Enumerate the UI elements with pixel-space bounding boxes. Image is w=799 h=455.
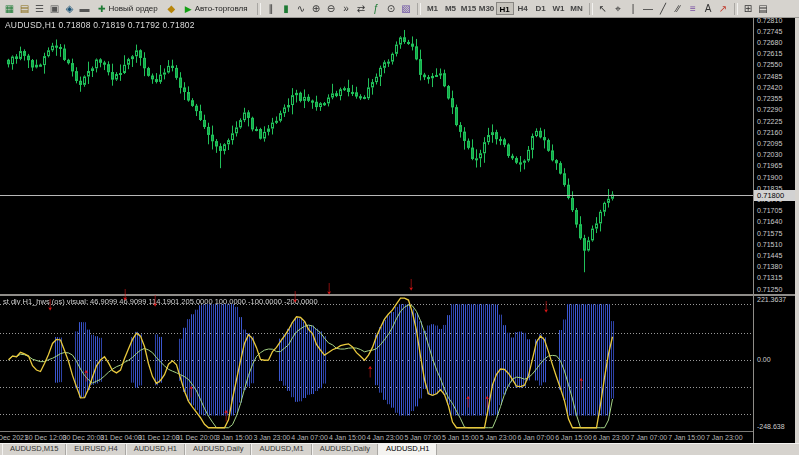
metaeditor-icon[interactable]: ◆ (164, 2, 179, 16)
price-scale-label: 0.72355 (757, 95, 782, 102)
time-axis-label: 30 Dec 20:00 (63, 434, 105, 441)
chart-tabs-bar: AUDUSD,M15EURUSD,H4AUDUSD,H1AUDUSD,Daily… (0, 443, 799, 455)
time-axis-label: 6 Jan 07:00 (518, 434, 555, 441)
time-axis-label: 6 Jan 23:00 (593, 434, 630, 441)
indicator-scale-label: -248.638 (757, 423, 785, 430)
time-axis-label: 5 Jan 07:00 (404, 434, 441, 441)
cursor-icon[interactable]: ↖ (596, 2, 611, 16)
periods-icon[interactable]: ⊙ (384, 2, 399, 16)
bar-chart-icon[interactable]: ∥ (264, 2, 279, 16)
price-scale-label: 0.72615 (757, 50, 782, 57)
price-scale-label: 0.71510 (757, 241, 782, 248)
tile-windows-icon[interactable]: ⊞ (741, 2, 756, 16)
toolbar-separator (734, 3, 738, 15)
timeframe-w1-button[interactable]: W1 (550, 2, 568, 15)
mt4-window: ▦▤☰▣◈▬ ✚ Новый ордер ◆ ▶ Авто-торговля ∥… (0, 0, 799, 455)
timeframe-m5-button[interactable]: M5 (442, 2, 460, 15)
terminal-icon[interactable]: ▬ (77, 2, 92, 16)
indicators-icon[interactable]: ƒ (369, 2, 384, 16)
crosshair-icon[interactable]: ⌖ (611, 2, 626, 16)
autotrading-button[interactable]: ▶ Авто-торговля (179, 2, 254, 16)
channel-icon[interactable]: ∕∕ (671, 2, 686, 16)
indicator-name-label: st div H1_hws (os) visual: 46.9099 46.90… (3, 297, 318, 306)
price-scale-label: 0.72810 (757, 18, 782, 24)
price-scale-label: 0.71250 (757, 286, 782, 293)
timeframe-m1-button[interactable]: M1 (424, 2, 442, 15)
price-scale-label: 0.71315 (757, 274, 782, 281)
data-window-icon[interactable]: ▣ (47, 2, 62, 16)
window-right-edge (795, 18, 799, 443)
timeframe-d1-button[interactable]: D1 (532, 2, 550, 15)
toolbar: ▦▤☰▣◈▬ ✚ Новый ордер ◆ ▶ Авто-торговля ∥… (0, 0, 799, 18)
price-scale-label: 0.72290 (757, 106, 782, 113)
line-chart-icon[interactable]: ∿ (294, 2, 309, 16)
auto-scroll-icon[interactable]: » (339, 2, 354, 16)
timeframe-m15-button[interactable]: M15 (460, 2, 478, 15)
timeframe-m30-button[interactable]: M30 (478, 2, 496, 15)
toolbar-windows-group: ⊞▤ (741, 2, 771, 16)
timeframe-mn-button[interactable]: MN (568, 2, 586, 15)
chart-tab[interactable]: AUDUSD,M15 (2, 444, 66, 455)
new-chart-icon[interactable]: ▦ (2, 2, 17, 16)
indicator-scale-label: 221.3637 (757, 296, 786, 303)
new-order-icon: ✚ (98, 2, 106, 16)
time-axis-label: 5 Jan 15:00 (442, 434, 479, 441)
time-axis-label: 6 Jan 15:00 (555, 434, 592, 441)
time-axis-label: 7 Jan 07:00 (631, 434, 668, 441)
chart-tab[interactable]: AUDUSD,Daily (185, 444, 251, 455)
timeframe-h4-button[interactable]: H4 (514, 2, 532, 15)
price-scale[interactable]: 0.728100.727450.726800.726150.725500.724… (753, 18, 795, 443)
zoom-in-icon[interactable]: ⊕ (309, 2, 324, 16)
chart-shift-icon[interactable]: ⇄ (354, 2, 369, 16)
chart-tab[interactable]: AUDUSD,M1 (251, 444, 311, 455)
templates-icon[interactable]: ▧ (399, 2, 414, 16)
zoom-out-icon[interactable]: ⊖ (324, 2, 339, 16)
time-axis-label: 4 Jan 07:00 (291, 434, 328, 441)
chart-ohlc-info: AUDUSD,H1 0.71808 0.71819 0.71792 0.7180… (5, 20, 195, 30)
time-axis-label: 30 Dec 2021 (0, 434, 28, 441)
price-scale-label: 0.72680 (757, 39, 782, 46)
toolbar-separator (257, 3, 261, 15)
navigator-icon[interactable]: ◈ (62, 2, 77, 16)
fibonacci-icon[interactable]: ≡ (686, 2, 701, 16)
price-scale-label: 0.72160 (757, 129, 782, 136)
price-scale-label: 0.71705 (757, 207, 782, 214)
chart-tab[interactable]: EURUSD,H4 (66, 444, 125, 455)
time-axis-label: 7 Jan 15:00 (668, 434, 705, 441)
toolbar-standard-group: ▦▤☰▣◈▬ (2, 2, 92, 16)
autotrading-label: Авто-торговля (195, 4, 248, 13)
toolbar-mid-group: ◆ (164, 2, 179, 16)
candlestick-chart-icon[interactable]: ▮ (279, 2, 294, 16)
toolbar-timeframes-group: M1M5M15M30H1H4D1W1MN (424, 2, 586, 15)
price-chart-pane: AUDUSD,H1 0.71808 0.71819 0.71792 0.7180… (0, 18, 753, 294)
price-scale-label: 0.72420 (757, 84, 782, 91)
vertical-line-icon[interactable]: | (626, 2, 641, 16)
cascade-windows-icon[interactable]: ▤ (756, 2, 771, 16)
time-axis-label: 30 Dec 12:00 (25, 434, 67, 441)
price-scale-label: 0.71965 (757, 162, 782, 169)
price-scale-label: 0.71900 (757, 174, 782, 181)
chart-tab[interactable]: AUDUSD,H1 (126, 444, 185, 455)
chart-tab[interactable]: AUDUSD,H1 (378, 444, 437, 455)
price-scale-label: 0.71640 (757, 218, 782, 225)
new-order-button[interactable]: ✚ Новый ордер (92, 2, 164, 16)
timeframe-h1-button[interactable]: H1 (496, 2, 514, 15)
time-axis-label: 4 Jan 15:00 (329, 434, 366, 441)
profiles-icon[interactable]: ▤ (17, 2, 32, 16)
toolbar-charts-group: ∥▮∿⊕⊖»⇄ƒ⊙▧ (264, 2, 414, 16)
time-axis-label: 5 Jan 23:00 (480, 434, 517, 441)
time-axis-label: 31 Dec 20:00 (176, 434, 218, 441)
time-axis-label: 31 Dec 12:00 (138, 434, 180, 441)
market-watch-icon[interactable]: ☰ (32, 2, 47, 16)
price-scale-label: 0.71380 (757, 263, 782, 270)
candlestick-canvas[interactable] (0, 18, 753, 294)
chart-tab[interactable]: AUDUSD,Daily (312, 444, 378, 455)
trendline-icon[interactable]: ╱ (656, 2, 671, 16)
oscillator-canvas[interactable] (0, 296, 753, 431)
new-order-label: Новый ордер (109, 4, 158, 13)
text-icon[interactable]: A (701, 2, 716, 16)
horizontal-line-icon[interactable]: — (641, 2, 656, 16)
time-axis-label: 3 Jan 23:00 (254, 434, 291, 441)
arrows-icon[interactable]: ↗ (716, 2, 731, 16)
pane-splitter[interactable] (0, 294, 795, 296)
